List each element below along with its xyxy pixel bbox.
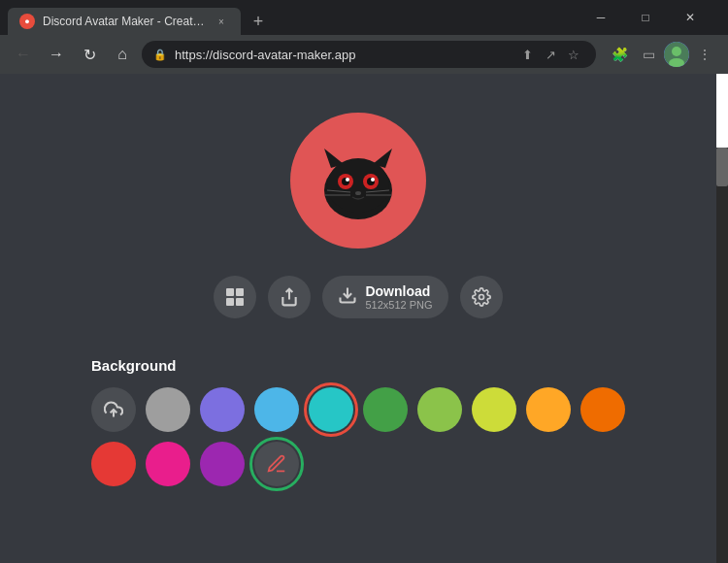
settings-button[interactable] [460,276,503,318]
background-section: Background [68,334,648,486]
upload-swatch[interactable] [91,387,136,432]
svg-point-24 [479,295,483,300]
svg-point-6 [327,158,389,213]
download-sub: 512x512 PNG [365,299,432,311]
active-tab[interactable]: ● Discord Avatar Maker - Create y × [8,8,241,35]
extensions-icon[interactable]: 🧩 [606,41,633,68]
color-gray[interactable] [146,387,190,432]
background-label: Background [91,357,625,374]
address-actions: ⬆ ↗ ☆ [516,44,584,65]
scrollbar-thumb[interactable] [716,148,728,186]
color-lime[interactable] [417,387,462,432]
tab-close-button[interactable]: × [214,14,229,29]
close-window-button[interactable]: ✕ [668,0,712,35]
svg-rect-18 [226,288,234,296]
scrollbar-track[interactable] [716,148,728,563]
color-picker-swatch[interactable] [254,442,299,486]
tab-bar: ● Discord Avatar Maker - Create y × + [8,0,579,35]
color-red[interactable] [91,442,136,486]
color-blue[interactable] [254,387,299,432]
forward-button[interactable]: → [43,41,70,68]
tab-title: Discord Avatar Maker - Create y [43,15,206,28]
address-bar[interactable]: 🔒 https://discord-avatar-maker.app ⬆ ↗ ☆ [142,41,596,68]
cat-avatar-svg [310,137,407,224]
download-icon [338,285,357,310]
color-row-1 [91,387,625,432]
window-controls: ─ □ ✕ [579,0,712,35]
download-button[interactable]: Download 512x512 PNG [322,276,447,318]
share-icon[interactable]: ↗ [540,44,561,65]
nav-bar: ← → ↻ ⌂ 🔒 https://discord-avatar-maker.a… [0,35,728,74]
svg-point-1 [672,47,681,56]
color-teal[interactable] [309,387,353,432]
page-wrapper: Download 512x512 PNG Background [0,74,728,563]
layers-button[interactable] [214,276,256,318]
download-text: Download 512x512 PNG [365,283,432,311]
lock-icon: 🔒 [153,49,167,61]
home-button[interactable]: ⌂ [109,41,136,68]
browser-chrome: ● Discord Avatar Maker - Create y × + ─ … [0,0,728,74]
svg-point-13 [355,191,361,195]
profile-button[interactable] [664,42,689,67]
avatar-circle [290,113,426,248]
menu-button[interactable]: ⋮ [691,41,718,68]
maximize-button[interactable]: □ [623,0,668,35]
reload-button[interactable]: ↻ [76,41,103,68]
svg-rect-21 [236,298,244,306]
color-pink[interactable] [146,442,190,486]
bookmark-icon[interactable]: ☆ [563,44,584,65]
new-tab-button[interactable]: + [245,8,272,35]
page-content: Download 512x512 PNG Background [0,74,716,563]
tab-favicon: ● [19,14,35,29]
toolbar: Download 512x512 PNG [214,276,502,318]
browser-actions: 🧩 ▭ ⋮ [606,41,718,68]
share-page-icon[interactable]: ⬆ [516,44,538,65]
color-grid [91,387,625,486]
color-orange[interactable] [580,387,625,432]
color-purple[interactable] [200,387,245,432]
split-screen-icon[interactable]: ▭ [635,41,662,68]
title-bar: ● Discord Avatar Maker - Create y × + ─ … [0,0,728,35]
minimize-button[interactable]: ─ [579,0,623,35]
svg-rect-19 [236,288,244,296]
color-row-2 [91,442,625,486]
color-amber[interactable] [526,387,571,432]
color-green[interactable] [363,387,408,432]
svg-point-11 [346,178,349,182]
back-button[interactable]: ← [10,41,37,68]
avatar-preview-area: Download 512x512 PNG Background [0,74,716,486]
color-yellow-green[interactable] [472,387,516,432]
download-label: Download [365,283,432,299]
share-button[interactable] [268,276,311,318]
svg-rect-20 [226,298,234,306]
color-violet[interactable] [200,442,245,486]
svg-point-12 [371,178,375,182]
url-text: https://discord-avatar-maker.app [175,48,509,62]
